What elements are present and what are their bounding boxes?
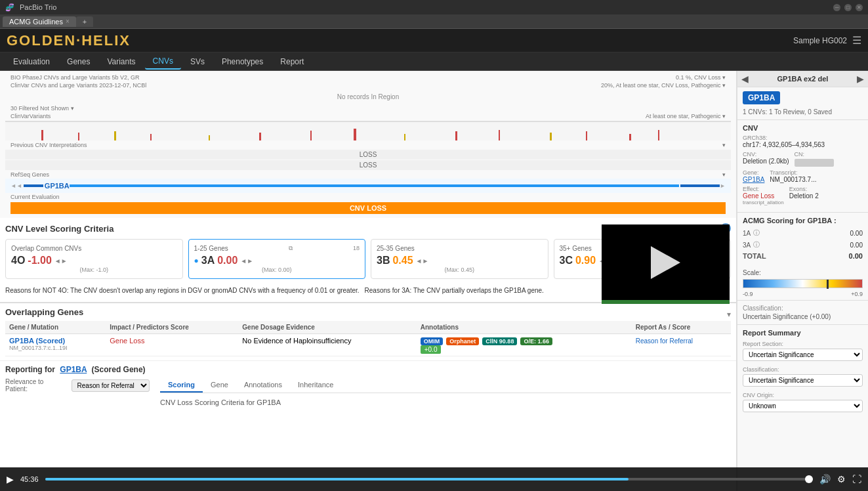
table-row[interactable]: GP1BA (Scored) NM_000173.7:c.1..19I Gene… <box>5 334 731 356</box>
cnv-loss-bar: CNV LOSS <box>10 202 726 214</box>
gene-scored[interactable]: GP1BA (Scored) <box>9 337 102 345</box>
reporting-gene-link[interactable]: GP1BA <box>60 365 87 374</box>
classification-label: Classification: <box>743 305 863 312</box>
effect-label: Effect: <box>743 186 784 192</box>
volume-icon[interactable]: 🔊 <box>819 474 831 484</box>
track1-row: BIO PhaseJ CNVs and Large Variants 5b V2… <box>5 74 731 81</box>
track2-extra[interactable]: 30 Filtered Not Shown ▾ <box>10 105 74 112</box>
tab-acmg[interactable]: ACMG Guidlines × <box>3 16 76 27</box>
report-as-value[interactable]: Reason for Referral <box>636 337 693 345</box>
scoring-card-3a[interactable]: 1-25 Genes ⧉ 18 ● 3A 0.00 ◄► (Max: 0.00) <box>188 239 366 279</box>
app-title: PacBio Trio <box>20 3 56 11</box>
gene-link-value[interactable]: GP1BA <box>743 176 764 183</box>
scoring-card-3b[interactable]: 25-35 Genes 3B 0.45 ◄► (Max: 0.45) <box>371 239 548 279</box>
nav-evaluation[interactable]: Evaluation <box>5 54 58 69</box>
eval-row: Current Evaluation <box>5 193 731 201</box>
video-container[interactable] <box>602 224 730 300</box>
settings-icon[interactable]: ⚙ <box>837 474 846 484</box>
col-dosage: Gene Dosage Evidence <box>238 321 416 334</box>
close-button[interactable]: ✕ <box>856 4 863 11</box>
scale-label: Scale: <box>743 269 863 276</box>
rp-origin-select[interactable]: Unknown <box>743 400 863 412</box>
card2-radio[interactable]: ● <box>194 256 199 265</box>
tab-content-title: CNV Loss Scoring Criteria for GP1BA <box>160 397 731 408</box>
grch38-label: GRCh38: <box>743 135 863 141</box>
scale-min: -0.9 <box>743 291 753 297</box>
refseq-dropdown[interactable]: ▾ <box>722 171 726 178</box>
acmg-total-label: TOTAL <box>743 252 766 260</box>
window-controls[interactable]: ─ □ ✕ <box>833 4 863 11</box>
fullscreen-icon[interactable]: ⛶ <box>852 474 861 484</box>
progress-icons: 🔊 ⚙ ⛶ <box>819 474 861 484</box>
hamburger-icon[interactable]: ☰ <box>852 34 861 47</box>
nav-genes[interactable]: Genes <box>59 54 98 69</box>
tab-close-icon[interactable]: × <box>66 18 70 25</box>
gene-cell: GP1BA (Scored) NM_000173.7:c.1..19I <box>5 334 106 356</box>
rp-next-btn[interactable]: ▶ <box>857 74 864 84</box>
relevance-select[interactable]: Reason for Referral <box>72 379 150 392</box>
gene-table: Gene / Mutation Impact / Predictors Scor… <box>5 321 731 356</box>
scoring-card-4o[interactable]: Overlap Common CNVs 4O -1.00 ◄► (Max: -1… <box>5 239 183 279</box>
effect-note: transcript_allation <box>743 200 784 205</box>
rp-cn-field: CN: <box>795 151 834 167</box>
clinvar-visualization <box>5 121 731 140</box>
window-bar-left: 🧬 PacBio Trio <box>5 3 56 12</box>
progress-track[interactable] <box>45 478 813 480</box>
tab-new[interactable]: + <box>76 16 93 27</box>
card2-arrows[interactable]: ◄► <box>240 257 253 265</box>
overlap-title: Overlapping Genes <box>5 307 83 317</box>
badge-omim[interactable]: OMIM <box>421 337 444 345</box>
tab-scoring[interactable]: Scoring <box>160 378 203 393</box>
rp-prev-btn[interactable]: ◀ <box>741 74 749 84</box>
minimize-button[interactable]: ─ <box>833 4 840 11</box>
nav-phenotypes[interactable]: Phenotypes <box>214 54 271 69</box>
clinvar-dropdown[interactable]: ▾ <box>722 113 726 119</box>
track2-extra-row: 30 Filtered Not Shown ▾ <box>5 104 731 112</box>
track1-filter[interactable]: 0.1 %, CNV Loss ▾ <box>676 74 726 81</box>
rp-effect-field: Effect: Gene Loss transcript_allation <box>743 186 784 205</box>
track1-label: BIO PhaseJ CNVs and Large Variants 5b V2… <box>10 74 139 81</box>
card1-arrows[interactable]: ◄► <box>54 257 68 265</box>
nav-cnvs[interactable]: CNVs <box>145 54 181 70</box>
video-progress <box>602 300 730 304</box>
tab-annotations[interactable]: Annotations <box>236 378 290 393</box>
dosage-cell: No Evidence of Haploinsufficiency <box>238 334 416 356</box>
card1-title: Overlap Common CNVs <box>11 245 81 252</box>
nav-svs[interactable]: SVs <box>182 54 213 69</box>
badge-orphanet[interactable]: Orphanet <box>446 337 479 345</box>
dosage-value: No Evidence of Haploinsufficiency <box>242 337 351 345</box>
tab-gene[interactable]: Gene <box>203 378 236 393</box>
tab-new-label: + <box>83 18 87 26</box>
info-icon-1a[interactable]: ⓘ <box>753 228 760 238</box>
acmg-total-value: 0.00 <box>849 252 863 260</box>
overlap-collapse-icon[interactable]: ▾ <box>727 310 731 319</box>
rp-gene-transcript-row: Gene: GP1BA Transcript: NM_000173.7... <box>743 169 863 186</box>
rp-section-select[interactable]: Uncertain Significance <box>743 349 863 361</box>
scale-marker <box>827 280 829 289</box>
badge-oe[interactable]: O/E: 1.66 <box>520 337 552 345</box>
reporting-title: Reporting for GP1BA (Scored Gene) <box>5 365 731 374</box>
effect-value: Gene Loss <box>743 192 784 200</box>
info-icon-3a[interactable]: ⓘ <box>753 240 760 249</box>
nav-variants[interactable]: Variants <box>99 54 143 69</box>
exons-label: Exons: <box>789 186 819 192</box>
track2-filter[interactable]: 20%, At least one star, CNV Loss, Pathog… <box>601 82 726 89</box>
play-button-icon[interactable] <box>651 246 680 279</box>
card3-arrows[interactable]: ◄► <box>416 257 429 265</box>
classification-value: Uncertain Significance (+0.00) <box>743 313 863 320</box>
reporting-gene-type: (Scored Gene) <box>92 365 146 374</box>
nav-report[interactable]: Report <box>272 54 312 69</box>
video-overlay[interactable] <box>602 224 730 303</box>
eval-label: Current Evaluation <box>10 194 60 200</box>
nav-menu: Evaluation Genes Variants CNVs SVs Pheno… <box>0 53 868 71</box>
reporting-section: Reporting for GP1BA (Scored Gene) Releva… <box>0 360 736 412</box>
rp-section-label: Report Section: <box>743 341 863 347</box>
progress-dot[interactable] <box>805 475 813 483</box>
maximize-button[interactable]: □ <box>844 4 852 11</box>
badge-clin[interactable]: CllN 90.88 <box>482 337 517 345</box>
tab-inheritance[interactable]: Inheritance <box>290 378 341 393</box>
prev-cnv-dropdown[interactable]: ▾ <box>722 142 726 148</box>
play-pause-button[interactable]: ▶ <box>7 474 14 484</box>
progress-time: 45:36 <box>20 475 39 483</box>
rp-classification-select[interactable]: Uncertain Significance <box>743 374 863 387</box>
